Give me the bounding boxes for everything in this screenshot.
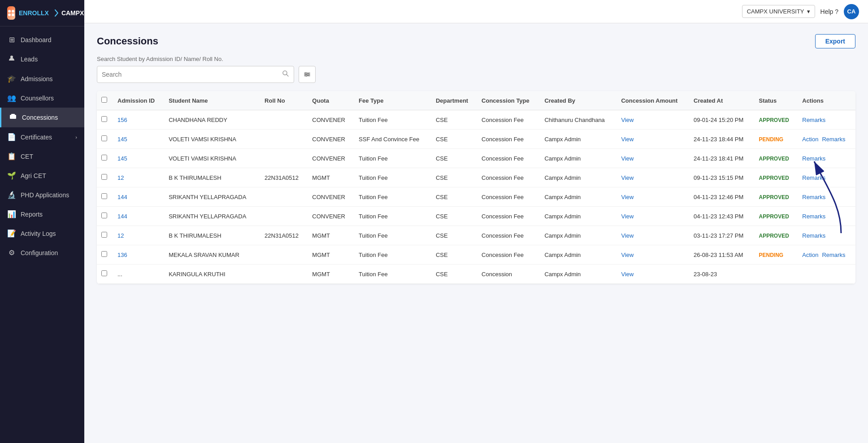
- search-input[interactable]: [102, 71, 282, 78]
- view-amount-link[interactable]: View: [621, 271, 634, 278]
- cell-concession-type: Concession: [477, 265, 540, 284]
- sidebar-item-phd[interactable]: 🔬 PHD Applications: [0, 185, 84, 204]
- row-checkbox[interactable]: [101, 193, 107, 199]
- remarks-action-link[interactable]: Remarks: [802, 232, 825, 239]
- admission-id-link[interactable]: 144: [117, 194, 127, 200]
- row-checkbox[interactable]: [101, 155, 107, 161]
- cell-created-at: 03-11-23 17:27 PM: [689, 226, 754, 245]
- search-box[interactable]: [97, 66, 294, 83]
- avatar[interactable]: CA: [844, 4, 859, 19]
- cell-concession-amount: View: [616, 130, 689, 149]
- sidebar-item-reports[interactable]: 📊 Reports: [0, 204, 84, 224]
- row-checkbox[interactable]: [101, 135, 107, 141]
- admission-id-link[interactable]: 136: [117, 252, 127, 258]
- sidebar-item-concessions[interactable]: Concessions: [0, 108, 84, 127]
- help-link[interactable]: Help ?: [820, 8, 838, 15]
- cell-quota: CONVENER: [308, 110, 354, 130]
- svg-point-13: [306, 75, 307, 77]
- cell-roll-no: [260, 187, 308, 207]
- view-amount-link[interactable]: View: [621, 194, 634, 200]
- row-checkbox[interactable]: [101, 116, 107, 122]
- row-checkbox-cell: [97, 110, 113, 130]
- cell-student-name: KARINGULA KRUTHI: [164, 265, 260, 284]
- remarks-action-link[interactable]: Remarks: [802, 194, 825, 200]
- admission-id-link[interactable]: 12: [117, 174, 124, 181]
- cell-concession-type: Concession Fee: [477, 226, 540, 245]
- admission-id-link[interactable]: 144: [117, 213, 127, 220]
- cell-roll-no: [260, 130, 308, 149]
- admission-id-link[interactable]: 145: [117, 136, 127, 143]
- cell-department: CSE: [431, 265, 477, 284]
- view-amount-link[interactable]: View: [621, 213, 634, 220]
- remarks-action-link[interactable]: Remarks: [802, 155, 825, 162]
- certificates-icon: 📄: [7, 133, 16, 141]
- sidebar-item-cet[interactable]: 📋 CET: [0, 147, 84, 166]
- view-amount-link[interactable]: View: [621, 155, 634, 162]
- remarks-action-link[interactable]: Remarks: [802, 117, 825, 123]
- row-checkbox[interactable]: [101, 270, 107, 276]
- cell-actions: Remarks: [798, 187, 855, 207]
- cell-concession-amount: View: [616, 226, 689, 245]
- cell-admission-id: 144: [113, 207, 164, 226]
- row-checkbox-cell: [97, 226, 113, 245]
- sidebar-item-certificates[interactable]: 📄 Certificates ›: [0, 127, 84, 147]
- col-created-at: Created At: [689, 91, 754, 110]
- sidebar-item-dashboard[interactable]: ⊞ Dashboard: [0, 30, 84, 49]
- cell-roll-no: 22N31A0512: [260, 226, 308, 245]
- row-checkbox[interactable]: [101, 213, 107, 218]
- remarks-action-link[interactable]: Remarks: [802, 213, 825, 220]
- reports-icon: 📊: [7, 210, 16, 218]
- cell-actions: [798, 265, 855, 284]
- admission-id-link[interactable]: 156: [117, 117, 127, 123]
- col-created-by: Created By: [540, 91, 616, 110]
- table-row: 144SRIKANTH YELLAPRAGADACONVENERTuition …: [97, 207, 855, 226]
- action-action-link[interactable]: Action: [802, 252, 818, 258]
- select-all-col: [97, 91, 113, 110]
- cell-status: APPROVED: [755, 226, 798, 245]
- cell-roll-no: [260, 207, 308, 226]
- view-amount-link[interactable]: View: [621, 117, 634, 123]
- sidebar-item-configuration[interactable]: ⚙ Configuration: [0, 243, 84, 262]
- select-all-checkbox[interactable]: [101, 97, 107, 103]
- admission-id-link[interactable]: 12: [117, 232, 124, 239]
- cell-created-by: Campx Admin: [540, 149, 616, 168]
- sidebar-item-admissions[interactable]: 🎓 Admissions: [0, 69, 84, 88]
- view-amount-link[interactable]: View: [621, 252, 634, 258]
- sidebar-item-counsellors[interactable]: 👥 Counsellors: [0, 88, 84, 108]
- cell-student-name: MEKALA SRAVAN KUMAR: [164, 245, 260, 265]
- table-row: 144SRIKANTH YELLAPRAGADACONVENERTuition …: [97, 187, 855, 207]
- row-checkbox[interactable]: [101, 251, 107, 257]
- cell-department: CSE: [431, 187, 477, 207]
- cell-admission-id: 136: [113, 245, 164, 265]
- col-actions: Actions: [798, 91, 855, 110]
- remarks-action-link[interactable]: Remarks: [822, 136, 845, 143]
- sidebar-item-leads[interactable]: Leads: [0, 49, 84, 69]
- col-fee-type: Fee Type: [354, 91, 431, 110]
- cell-status: PENDING: [755, 130, 798, 149]
- filter-button[interactable]: [299, 66, 316, 83]
- cell-status: APPROVED: [755, 149, 798, 168]
- view-amount-link[interactable]: View: [621, 136, 634, 143]
- view-amount-link[interactable]: View: [621, 174, 634, 181]
- remarks-action-link[interactable]: Remarks: [802, 174, 825, 181]
- cell-actions: ActionRemarks: [798, 245, 855, 265]
- export-button[interactable]: Export: [815, 34, 855, 48]
- action-action-link[interactable]: Action: [802, 136, 818, 143]
- view-amount-link[interactable]: View: [621, 232, 634, 239]
- university-selector[interactable]: CAMPX UNIVERSITY ▾: [742, 5, 815, 18]
- row-checkbox[interactable]: [101, 174, 107, 180]
- search-icon[interactable]: [282, 70, 289, 79]
- row-checkbox[interactable]: [101, 232, 107, 238]
- sidebar-item-label: Agri CET: [21, 172, 46, 179]
- sidebar-item-activity-logs[interactable]: 📝 Activity Logs: [0, 224, 84, 243]
- sidebar-item-agri-cet[interactable]: 🌱 Agri CET: [0, 166, 84, 185]
- cell-fee-type: Tuition Fee: [354, 149, 431, 168]
- cell-admission-id: 156: [113, 110, 164, 130]
- svg-point-2: [8, 13, 11, 16]
- admission-id-link[interactable]: 145: [117, 155, 127, 162]
- cell-fee-type: SSF And Convince Fee: [354, 130, 431, 149]
- remarks-action-link[interactable]: Remarks: [822, 252, 845, 258]
- main-wrapper: CAMPX UNIVERSITY ▾ Help ? CA Concessions…: [84, 0, 868, 443]
- cell-actions: Remarks: [798, 207, 855, 226]
- cell-department: CSE: [431, 149, 477, 168]
